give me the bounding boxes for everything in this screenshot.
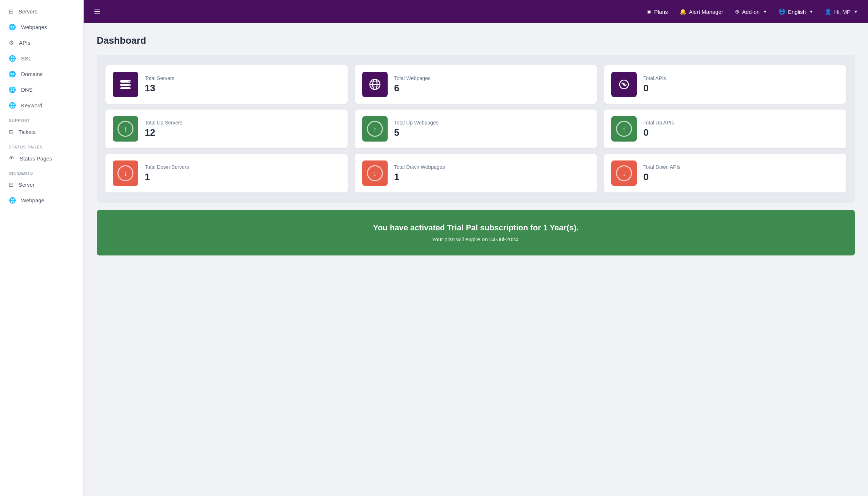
- total-webpages-card: Total Webpages 6: [355, 65, 597, 104]
- sidebar-item-apis[interactable]: ⚙ APIs: [0, 35, 83, 51]
- up-servers-info: Total Up Servers 12: [145, 120, 182, 138]
- content-area: Dashboard: [84, 23, 868, 496]
- down-webpages-info: Total Down Webpages 1: [394, 164, 445, 183]
- sidebar-label-servers: Servers: [19, 8, 37, 15]
- stats-grid: Total Servers 13 ↑ Total Up Servers 12: [105, 65, 846, 193]
- sidebar: ⊟ Servers 🌐 Webpages ⚙ APIs 🌐 SSL 🌐 Doma…: [0, 0, 84, 496]
- domains-icon: 🌐: [9, 71, 16, 78]
- hamburger-menu-icon[interactable]: ☰: [94, 7, 100, 16]
- sidebar-item-dns[interactable]: 🌐 DNS: [0, 82, 83, 98]
- sidebar-item-domains[interactable]: 🌐 Domains: [0, 66, 83, 82]
- down-apis-value: 0: [643, 171, 680, 183]
- promo-banner: You have activated Trial Pal subscriptio…: [97, 210, 855, 255]
- down-servers-label: Total Down Servers: [145, 164, 189, 170]
- up-webpages-label: Total Up Webpages: [394, 120, 439, 126]
- sidebar-label-webpages: Webpages: [21, 24, 47, 30]
- promo-title: You have activated Trial Pal subscriptio…: [104, 223, 848, 233]
- sidebar-label-tickets: Tickets: [19, 129, 36, 135]
- up-servers-icon-box: ↑: [113, 116, 138, 142]
- up-apis-info: Total Up APIs 0: [643, 120, 674, 138]
- addon-dropdown-arrow: ▼: [763, 9, 767, 14]
- status-section-label: STATUS PAGES: [0, 140, 83, 151]
- user-icon: 👤: [825, 8, 832, 15]
- up-apis-value: 0: [643, 127, 674, 138]
- sidebar-label-webpage-incident: Webpage: [21, 197, 44, 203]
- sidebar-item-webpage-incident[interactable]: 🌐 Webpage: [0, 193, 83, 208]
- sidebar-item-servers[interactable]: ⊟ Servers: [0, 4, 83, 19]
- language-nav-item[interactable]: 🌐 English ▼: [779, 8, 813, 15]
- svg-point-4: [129, 84, 130, 86]
- incidents-section-label: INCIDENTS: [0, 166, 83, 177]
- sidebar-item-keyword[interactable]: 🌐 Keyword: [0, 98, 83, 113]
- up-apis-circle-icon: ↑: [616, 121, 632, 137]
- webpages-column: Total Webpages 6 ↑ Total Up Webpages 5: [355, 65, 597, 193]
- apis-graphic-icon: [617, 78, 631, 91]
- up-webpages-card: ↑ Total Up Webpages 5: [355, 110, 597, 148]
- up-webpages-icon-box: ↑: [362, 116, 388, 142]
- apis-column: Total APIs 0 ↑ Total Up APIs 0: [604, 65, 846, 193]
- total-apis-info: Total APIs 0: [643, 75, 666, 94]
- sidebar-label-dns: DNS: [21, 87, 33, 93]
- up-servers-label: Total Up Servers: [145, 120, 182, 126]
- up-webpages-value: 5: [394, 127, 439, 138]
- addon-nav-item[interactable]: ⊕ Add-on ▼: [735, 8, 767, 15]
- webpage-incident-icon: 🌐: [9, 197, 16, 204]
- dns-icon: 🌐: [9, 86, 16, 93]
- down-webpages-card: ↓ Total Down Webpages 1: [355, 154, 597, 193]
- plans-label: Plans: [654, 9, 668, 15]
- servers-column: Total Servers 13 ↑ Total Up Servers 12: [105, 65, 348, 193]
- down-servers-value: 1: [145, 171, 189, 183]
- down-apis-info: Total Down APIs 0: [643, 164, 680, 183]
- ssl-icon: 🌐: [9, 55, 16, 62]
- plans-nav-item[interactable]: ▣ Plans: [647, 8, 668, 15]
- sidebar-label-keyword: Keyword: [21, 102, 42, 108]
- svg-point-3: [129, 81, 130, 82]
- total-webpages-label: Total Webpages: [394, 75, 431, 81]
- servers-icon: ⊟: [9, 8, 13, 15]
- status-pages-icon: 👁: [9, 155, 15, 162]
- svg-rect-2: [120, 87, 131, 89]
- total-webpages-icon-box: [362, 72, 388, 97]
- support-section-label: SUPPORT: [0, 113, 83, 124]
- language-label: English: [788, 9, 806, 15]
- up-servers-value: 12: [145, 127, 182, 138]
- addon-label: Add-on: [742, 9, 760, 15]
- total-webpages-value: 6: [394, 83, 431, 94]
- total-apis-icon-box: [611, 72, 637, 97]
- down-servers-card: ↓ Total Down Servers 1: [105, 154, 348, 193]
- servers-graphic-icon: [119, 78, 132, 91]
- down-apis-circle-icon: ↓: [616, 165, 632, 181]
- sidebar-label-apis: APIs: [19, 40, 31, 46]
- sidebar-item-webpages[interactable]: 🌐 Webpages: [0, 19, 83, 35]
- sidebar-item-status-pages[interactable]: 👁 Status Pages: [0, 151, 83, 166]
- sidebar-item-ssl[interactable]: 🌐 SSL: [0, 51, 83, 66]
- apis-icon: ⚙: [9, 39, 14, 46]
- total-servers-label: Total Servers: [145, 75, 175, 81]
- keyword-icon: 🌐: [9, 102, 16, 109]
- down-webpages-icon-box: ↓: [362, 160, 388, 186]
- total-apis-card: Total APIs 0: [604, 65, 846, 104]
- main-area: ☰ ▣ Plans 🔔 Alert Manager ⊕ Add-on ▼ 🌐 E…: [84, 0, 868, 496]
- sidebar-item-tickets[interactable]: ⊟ Tickets: [0, 124, 83, 140]
- down-webpages-value: 1: [394, 171, 445, 183]
- webpages-graphic-icon: [368, 78, 381, 91]
- down-apis-label: Total Down APIs: [643, 164, 680, 170]
- sidebar-label-status-pages: Status Pages: [20, 155, 52, 162]
- total-webpages-info: Total Webpages 6: [394, 75, 431, 94]
- sidebar-item-server-incident[interactable]: ⊟ Server: [0, 177, 83, 193]
- user-nav-item[interactable]: 👤 Hi, MP ▼: [825, 8, 858, 15]
- user-label: Hi, MP: [834, 9, 851, 15]
- alert-manager-nav-item[interactable]: 🔔 Alert Manager: [680, 8, 723, 15]
- svg-point-11: [623, 83, 625, 86]
- alert-icon: 🔔: [680, 8, 687, 15]
- sidebar-label-ssl: SSL: [21, 55, 31, 61]
- down-webpages-label: Total Down Webpages: [394, 164, 445, 170]
- webpages-icon: 🌐: [9, 24, 16, 31]
- total-apis-value: 0: [643, 83, 666, 94]
- up-webpages-circle-icon: ↑: [367, 121, 383, 137]
- up-servers-card: ↑ Total Up Servers 12: [105, 110, 348, 148]
- total-servers-icon-box: [113, 72, 138, 97]
- header: ☰ ▣ Plans 🔔 Alert Manager ⊕ Add-on ▼ 🌐 E…: [84, 0, 868, 23]
- up-webpages-info: Total Up Webpages 5: [394, 120, 439, 138]
- sidebar-label-server-incident: Server: [19, 182, 35, 188]
